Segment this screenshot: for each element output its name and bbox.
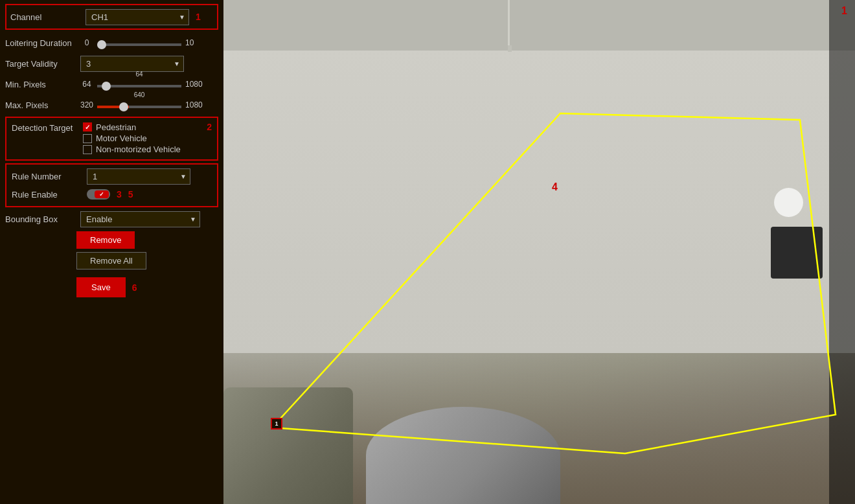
min-pixels-slider[interactable] [97, 85, 181, 87]
target-validity-select-wrapper[interactable]: 1 2 3 4 5 [80, 56, 184, 72]
rule-enable-toggle[interactable] [87, 189, 110, 200]
bounding-box-label: Bounding Box [5, 214, 76, 224]
loitering-slider-container: 0 10 [80, 38, 218, 48]
save-button[interactable]: Save [78, 279, 124, 296]
max-pixels-slider-wrapper: 640 [97, 100, 181, 110]
loitering-min-val: 0 [80, 38, 93, 47]
device-right [774, 188, 803, 217]
rule-number-row: Rule Number 1 2 3 4 [12, 167, 212, 185]
min-pixels-max-val: 1080 [185, 80, 208, 89]
max-pixels-max-val: 1080 [185, 100, 208, 109]
max-pixels-min-val: 320 [80, 100, 93, 109]
bounding-box-row: Bounding Box Enable Disable [5, 210, 218, 228]
equipment-right [771, 227, 823, 279]
camera-annot-1: 1 [841, 5, 847, 17]
point-marker-1[interactable]: 1 [271, 418, 282, 430]
loitering-slider-wrapper [97, 38, 181, 48]
camera-background: 1 4 1 [223, 0, 855, 504]
min-pixels-label: Min. Pixels [5, 80, 76, 89]
chair-center [366, 407, 560, 504]
remove-all-row: Remove All [76, 251, 218, 269]
motor-vehicle-checkbox[interactable] [83, 134, 92, 143]
max-pixels-tick: 640 [134, 91, 145, 98]
non-motorized-row: Non-motorized Vehicle [83, 144, 212, 154]
motor-vehicle-row: Motor Vehicle [83, 133, 212, 143]
loitering-slider[interactable] [97, 43, 181, 46]
rule-section: Rule Number 1 2 3 4 Rule Enable 3 5 [5, 163, 218, 207]
annot-2: 2 [207, 122, 212, 132]
max-pixels-label: Max. Pixels [5, 100, 76, 110]
camera-annot-4: 4 [552, 181, 558, 193]
rule-number-select-wrapper[interactable]: 1 2 3 4 [87, 168, 190, 185]
max-pixels-row: Max. Pixels 320 640 1080 [5, 96, 218, 114]
toggle-thumb [95, 190, 109, 198]
max-pixels-slider-container: 320 640 1080 [80, 100, 218, 110]
target-validity-row: Target Validity 1 2 3 4 5 [5, 54, 218, 73]
pedestrian-label[interactable]: Pedestrian [83, 122, 136, 132]
bounding-box-select[interactable]: Enable Disable [80, 211, 200, 227]
save-button-wrapper: Save [76, 277, 126, 297]
annot-1: 1 [196, 12, 201, 22]
target-validity-label: Target Validity [5, 59, 76, 69]
annot-6: 6 [132, 282, 137, 293]
motor-vehicle-label[interactable]: Motor Vehicle [83, 133, 147, 143]
loitering-row: Loitering Duration 0 10 [5, 34, 218, 52]
min-pixels-min-val: 64 [80, 80, 93, 89]
min-pixels-row: Min. Pixels 64 64 1080 [5, 75, 218, 93]
annot-5: 5 [128, 189, 133, 200]
channel-section: Channel CH1 CH2 CH3 CH4 1 [5, 4, 218, 30]
pedestrian-checkbox[interactable] [83, 122, 92, 132]
remove-all-button[interactable]: Remove All [76, 252, 146, 269]
channel-select[interactable]: CH1 CH2 CH3 CH4 [86, 9, 189, 25]
min-pixels-tick: 64 [135, 71, 142, 78]
ceiling-area [223, 0, 855, 51]
save-row: Save 6 [76, 277, 218, 297]
camera-view: 1 4 1 [223, 0, 855, 504]
rule-number-select[interactable]: 1 2 3 4 [87, 168, 190, 185]
rule-enable-label: Rule Enable [12, 190, 83, 200]
channel-label: Channel [10, 12, 82, 22]
wall-area [223, 0, 855, 353]
rule-number-label: Rule Number [12, 172, 83, 181]
remove-button[interactable]: Remove [76, 231, 135, 249]
detection-target-label: Detection Target [12, 123, 83, 133]
remove-row: Remove [76, 231, 218, 249]
min-pixels-slider-container: 64 64 1080 [80, 80, 218, 89]
right-edge [829, 0, 855, 504]
loitering-max-val: 10 [185, 38, 208, 47]
left-panel: Channel CH1 CH2 CH3 CH4 1 Loitering Dura… [0, 0, 223, 504]
non-motorized-label[interactable]: Non-motorized Vehicle [83, 144, 181, 154]
detection-target-section: Detection Target Pedestrian 2 Motor Vehi… [5, 117, 218, 161]
chair-left [223, 387, 353, 504]
channel-select-wrapper[interactable]: CH1 CH2 CH3 CH4 [86, 9, 189, 25]
rule-enable-row: Rule Enable 3 5 [12, 185, 212, 203]
pedestrian-row: Pedestrian 2 [83, 122, 212, 132]
cable [508, 0, 510, 52]
non-motorized-checkbox[interactable] [83, 145, 92, 154]
target-validity-select[interactable]: 1 2 3 4 5 [80, 56, 184, 72]
cable-end [508, 45, 512, 52]
min-pixels-slider-wrapper: 64 [97, 80, 181, 89]
loitering-label: Loitering Duration [5, 38, 76, 48]
detection-target-header: Detection Target Pedestrian 2 [12, 122, 212, 133]
annot-3: 3 [117, 189, 122, 200]
toggle-track[interactable] [87, 189, 110, 200]
bounding-box-select-wrapper[interactable]: Enable Disable [80, 211, 200, 227]
max-pixels-slider[interactable] [97, 106, 181, 108]
